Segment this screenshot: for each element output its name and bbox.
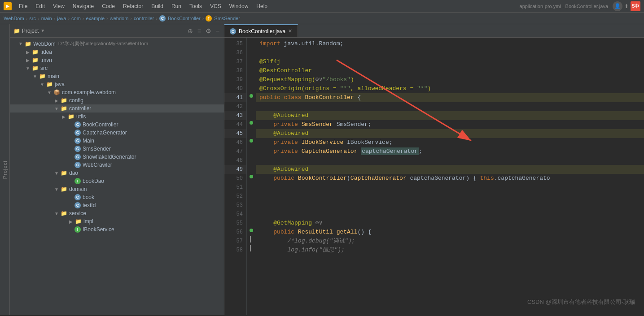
tree-item-textid[interactable]: C textId bbox=[10, 201, 224, 209]
line-num-56: 56 bbox=[224, 228, 246, 237]
menu-edit[interactable]: Edit bbox=[32, 2, 48, 10]
user-icon[interactable]: 👤 bbox=[613, 1, 622, 11]
menu-navigate[interactable]: Navigate bbox=[69, 2, 97, 10]
gutter-53 bbox=[247, 199, 256, 208]
tree-arrow-domain[interactable]: ▼ bbox=[53, 187, 60, 192]
tree-item-main-class[interactable]: C Main bbox=[10, 137, 224, 145]
tree-item-smssender[interactable]: C SmsSender bbox=[10, 145, 224, 153]
tree-item-main[interactable]: ▼ 📁 main bbox=[10, 72, 224, 80]
breadcrumb-bookcontroller[interactable]: C BookController bbox=[159, 15, 201, 22]
code-line-50: public BookController(CaptchaGenerator c… bbox=[256, 174, 644, 183]
gutter-54 bbox=[247, 208, 256, 217]
class-webcrawler-icon: C bbox=[74, 162, 81, 168]
tree-item-snowflake[interactable]: C SnowflakeIdGenerator bbox=[10, 153, 224, 161]
breadcrumb-controller[interactable]: controller bbox=[134, 16, 154, 21]
tree-item-dao[interactable]: ▼ 📁 dao bbox=[10, 169, 224, 177]
project-tab-arrow[interactable]: ▼ bbox=[40, 28, 45, 33]
tree-item-captchagenerator[interactable]: C CaptchaGenerator bbox=[10, 129, 224, 137]
locate-icon[interactable]: ⊕ bbox=[187, 26, 194, 35]
menu-vcs[interactable]: VCS bbox=[206, 2, 225, 10]
folder-controller-icon: 📁 bbox=[60, 105, 67, 112]
vcs-icon[interactable]: ⬆ bbox=[624, 3, 629, 9]
tree-item-webcrawler[interactable]: C WebCrawler bbox=[10, 161, 224, 169]
breadcrumb-webdom[interactable]: WebDom bbox=[4, 16, 24, 21]
code-content[interactable]: import java.util.Random; @Slf4j @RestCon… bbox=[256, 38, 644, 315]
folder-service-icon: 📁 bbox=[60, 210, 67, 216]
line-num-39: 39 bbox=[224, 75, 246, 84]
tree-item-utils[interactable]: ▶ 📁 utils bbox=[10, 113, 224, 121]
menu-run[interactable]: Run bbox=[168, 2, 185, 10]
collapse-icon[interactable]: ≡ bbox=[197, 26, 202, 35]
tree-item-bookdao[interactable]: I bookDao bbox=[10, 177, 224, 185]
tree-item-controller[interactable]: ▼ 📁 controller bbox=[10, 104, 224, 113]
tree-arrow-src[interactable]: ▼ bbox=[24, 66, 31, 71]
editor-tab-bar: C BookController.java ✕ bbox=[224, 24, 644, 38]
tree-arrow-dao[interactable]: ▼ bbox=[53, 171, 60, 176]
tree-item-impl[interactable]: ▶ 📁 impl bbox=[10, 217, 224, 225]
tree-item-mvn[interactable]: ▶ 📁 .mvn bbox=[10, 56, 224, 64]
tree-item-config[interactable]: ▶ 📁 config bbox=[10, 96, 224, 104]
breadcrumb-smssender[interactable]: f SmsSender bbox=[206, 15, 240, 22]
tree-item-ibookservice[interactable]: I IBookService bbox=[10, 225, 224, 234]
code-line-58: log.info("信息"); bbox=[256, 246, 644, 255]
tree-arrow-impl[interactable]: ▶ bbox=[67, 219, 74, 224]
menu-file[interactable]: File bbox=[15, 2, 31, 10]
gutter-37 bbox=[247, 56, 256, 65]
tree-label-java: java bbox=[55, 81, 65, 87]
line-num-40: 40 bbox=[224, 84, 246, 93]
breadcrumb-java[interactable]: java bbox=[57, 16, 66, 21]
code-line-56: public ResultUtil getAll() { bbox=[256, 228, 644, 237]
package-icon: 📦 bbox=[53, 89, 60, 95]
breadcrumb-webdom2[interactable]: webdom bbox=[110, 16, 129, 21]
line-num-52: 52 bbox=[224, 192, 246, 201]
class-captcha-icon: C bbox=[74, 130, 81, 136]
tree-item-src[interactable]: ▼ 📁 src bbox=[10, 64, 224, 72]
tree-item-service[interactable]: ▼ 📁 service bbox=[10, 209, 224, 217]
gutter-bar-57 bbox=[250, 236, 253, 242]
tree-item-bookcontroller[interactable]: C BookController bbox=[10, 121, 224, 129]
tree-item-domain[interactable]: ▼ 📁 domain bbox=[10, 185, 224, 193]
bookcontroller-icon: C bbox=[159, 15, 166, 22]
tree-item-package[interactable]: ▼ 📦 com.example.webdom bbox=[10, 88, 224, 96]
tree-arrow-utils[interactable]: ▶ bbox=[60, 114, 67, 119]
close-panel-icon[interactable]: − bbox=[215, 26, 220, 35]
breadcrumb-src[interactable]: src bbox=[29, 16, 36, 21]
tree-item-webdom[interactable]: ▼ 📁 WebDom D:\学习案例\integrationMyBatis\We… bbox=[10, 39, 224, 48]
tree-item-idea[interactable]: ▶ 📁 .idea bbox=[10, 48, 224, 56]
tree-item-java[interactable]: ▼ 📁 java bbox=[10, 80, 224, 88]
menu-code[interactable]: Code bbox=[98, 2, 118, 10]
line-num-44: 44 bbox=[224, 120, 246, 129]
breadcrumb-main[interactable]: main bbox=[41, 16, 52, 21]
menu-view[interactable]: View bbox=[49, 2, 68, 10]
tree-arrow-mvn[interactable]: ▶ bbox=[24, 58, 31, 63]
tree-arrow-main[interactable]: ▼ bbox=[31, 74, 39, 79]
editor-tab-bookcontroller[interactable]: C BookController.java ✕ bbox=[224, 24, 298, 37]
tree-item-book[interactable]: C book bbox=[10, 193, 224, 201]
tree-arrow-idea[interactable]: ▶ bbox=[24, 50, 31, 55]
menu-tools[interactable]: Tools bbox=[186, 2, 206, 10]
menu-refactor[interactable]: Refactor bbox=[119, 2, 147, 10]
code-editor[interactable]: 35 36 37 38 39 40 41 42 43 44 45 46 47 4… bbox=[224, 38, 644, 315]
project-tab-icons: ⊕ ≡ ⚙ − bbox=[187, 26, 220, 35]
gutter-42 bbox=[247, 100, 256, 109]
tree-arrow-package[interactable]: ▼ bbox=[46, 90, 53, 95]
tree-arrow-controller[interactable]: ▼ bbox=[53, 106, 60, 111]
breadcrumb-com[interactable]: com bbox=[71, 16, 81, 21]
tree-arrow-service[interactable]: ▼ bbox=[53, 211, 60, 216]
breadcrumb-example[interactable]: example bbox=[86, 16, 105, 21]
menu-window[interactable]: Window bbox=[226, 2, 252, 10]
gutter-47 bbox=[247, 145, 256, 154]
tree-arrow-config[interactable]: ▶ bbox=[53, 98, 60, 103]
menu-build[interactable]: Build bbox=[148, 2, 167, 10]
side-project-tab[interactable]: Project bbox=[0, 24, 10, 315]
folder-src-icon: 📁 bbox=[31, 65, 39, 71]
project-tab[interactable]: 📁 Project bbox=[13, 28, 39, 34]
tab-close-button[interactable]: ✕ bbox=[288, 28, 292, 34]
tree-arrow-java[interactable]: ▼ bbox=[39, 82, 46, 87]
settings-icon-tab[interactable]: ⚙ bbox=[205, 26, 212, 35]
code-line-36 bbox=[256, 48, 644, 57]
tab-file-icon: C bbox=[230, 28, 236, 35]
tree-arrow-webdom[interactable]: ▼ bbox=[17, 41, 24, 46]
gutter-48 bbox=[247, 154, 256, 163]
menu-help[interactable]: Help bbox=[253, 2, 271, 10]
